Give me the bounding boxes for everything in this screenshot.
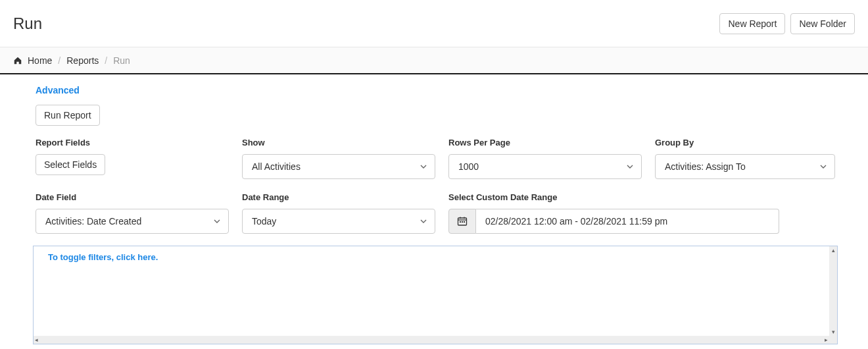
group-by-select[interactable]: Activities: Assign To [655, 154, 835, 179]
scroll-corner [829, 336, 837, 344]
scroll-down-icon: ▾ [832, 328, 835, 336]
chevron-down-icon [214, 219, 220, 223]
breadcrumb-home[interactable]: Home [28, 55, 52, 66]
chevron-down-icon [420, 165, 427, 169]
group-by-label: Group By [655, 138, 835, 148]
chevron-down-icon [627, 165, 633, 169]
chevron-down-icon [420, 219, 427, 223]
select-fields-button[interactable]: Select Fields [36, 154, 105, 175]
new-folder-button[interactable]: New Folder [790, 13, 855, 34]
breadcrumb: Home / Reports / Run [0, 47, 868, 74]
date-field-select[interactable]: Activities: Date Created [36, 209, 229, 234]
svg-rect-5 [462, 221, 463, 223]
date-field-value: Activities: Date Created [45, 216, 141, 227]
page-title: Run [13, 14, 42, 33]
toggle-filters-link[interactable]: To toggle filters, click here. [48, 252, 158, 262]
report-fields-label: Report Fields [36, 138, 229, 148]
topbar-actions: New Report New Folder [719, 13, 855, 34]
scroll-left-icon: ◂ [35, 336, 38, 343]
breadcrumb-current: Run [113, 55, 130, 66]
breadcrumb-reports[interactable]: Reports [66, 55, 99, 66]
svg-rect-6 [464, 221, 465, 223]
svg-rect-4 [460, 221, 461, 223]
scroll-right-icon: ▸ [825, 336, 828, 343]
date-field-label: Date Field [36, 192, 229, 202]
custom-date-range-label: Select Custom Date Range [448, 192, 848, 202]
scroll-up-icon: ▴ [832, 246, 835, 254]
rows-per-page-label: Rows Per Page [448, 138, 642, 148]
rows-per-page-select[interactable]: 1000 [448, 154, 642, 179]
breadcrumb-separator: / [105, 55, 107, 66]
date-range-select[interactable]: Today [242, 209, 435, 234]
vertical-scrollbar[interactable]: ▴ ▾ [829, 246, 837, 336]
new-report-button[interactable]: New Report [719, 13, 785, 34]
home-icon[interactable] [13, 56, 28, 65]
chevron-down-icon [820, 165, 827, 169]
custom-date-range-input[interactable]: 02/28/2021 12:00 am - 02/28/2021 11:59 p… [476, 209, 779, 234]
show-select[interactable]: All Activities [242, 154, 435, 179]
filter-panel: To toggle filters, click here. ▴ ▾ ◂ ▸ [33, 246, 838, 344]
run-report-button[interactable]: Run Report [36, 105, 100, 126]
group-by-value: Activities: Assign To [665, 161, 746, 172]
custom-date-range-value: 02/28/2021 12:00 am - 02/28/2021 11:59 p… [485, 216, 667, 227]
date-range-label: Date Range [242, 192, 435, 202]
rows-per-page-value: 1000 [458, 161, 479, 172]
advanced-link[interactable]: Advanced [36, 85, 80, 95]
show-label: Show [242, 138, 435, 148]
breadcrumb-separator: / [58, 55, 60, 66]
calendar-icon[interactable] [448, 209, 476, 234]
horizontal-scrollbar[interactable]: ◂ ▸ [34, 336, 829, 344]
date-range-value: Today [252, 216, 276, 227]
show-select-value: All Activities [252, 161, 301, 172]
